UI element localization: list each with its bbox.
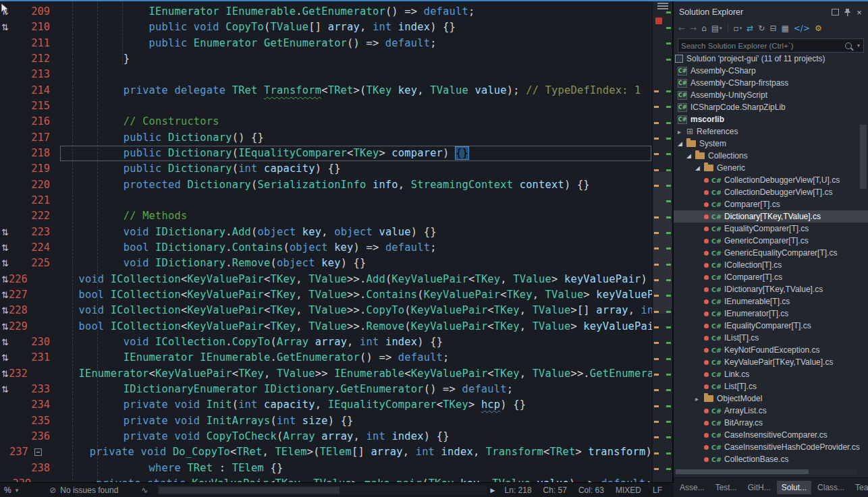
code-line[interactable]: 221 [0, 193, 652, 208]
tree-item[interactable]: ◢System [674, 138, 868, 150]
navigate-forward-icon[interactable]: → [688, 22, 699, 34]
line-number[interactable]: 220 [19, 177, 50, 193]
tree-item[interactable]: C#IList[T].cs [674, 332, 868, 344]
tree-item[interactable]: C#CaseInsensitiveComparer.cs [674, 429, 868, 441]
line-number[interactable]: 217 [19, 130, 50, 146]
line-number[interactable]: 238 [19, 461, 50, 476]
code-line[interactable]: ⇅226 void ICollection<KeyValuePair<TKey,… [0, 272, 652, 287]
chevron-expanded-icon[interactable]: ◢ [678, 140, 686, 147]
line-number[interactable]: 234 [19, 397, 50, 413]
line-number[interactable]: 210 [19, 20, 50, 35]
panel-tab-solut[interactable]: Solut... [777, 481, 811, 494]
line-ending-indicator[interactable]: LF [653, 486, 662, 495]
implements-interface-icon[interactable]: ⇅ [0, 334, 19, 350]
implements-interface-icon[interactable]: ⇅ [0, 319, 9, 334]
code-line[interactable]: 235 private void InitArrays(int size) {} [0, 413, 652, 429]
tree-item[interactable]: ▸ObjectModel [674, 392, 868, 405]
code-line[interactable]: ⇅209 IEnumerator IEnumerable.GetEnumerat… [0, 4, 652, 20]
code-line[interactable]: ⇅224 bool IDictionary.Contains(object ke… [0, 240, 652, 256]
line-number[interactable]: 221 [19, 193, 50, 208]
tree-item[interactable]: C#Assembly-CSharp-firstpass [674, 77, 868, 89]
column-indicator[interactable]: Col: 63 [578, 486, 604, 495]
search-input[interactable] [678, 42, 845, 50]
line-number[interactable]: 239 [12, 476, 31, 482]
code-line[interactable]: 216 // Constructors [0, 114, 652, 129]
code-line[interactable]: 239 private static KeyValuePair<TKey, TV… [0, 476, 652, 482]
line-number[interactable]: 216 [19, 114, 50, 129]
tree-item[interactable]: C#KeyValuePair[TKey,TValue].cs [674, 356, 868, 368]
code-line[interactable]: 238 where TRet : TElem {} [0, 461, 652, 476]
line-number[interactable]: 237 [9, 444, 28, 460]
code-line[interactable]: ⇅232 IEnumerator<KeyValuePair<TKey, TVal… [0, 366, 652, 382]
implements-interface-icon[interactable]: ⇅ [0, 366, 9, 382]
tree-item[interactable]: C#Link.cs [674, 368, 868, 380]
pin-icon[interactable] [841, 7, 853, 18]
line-number[interactable]: 226 [9, 272, 28, 287]
code-line[interactable]: ⇅231 IEnumerator IEnumerable.GetEnumerat… [0, 350, 652, 366]
implements-interface-icon[interactable]: ⇅ [0, 225, 19, 240]
line-number[interactable]: 213 [19, 67, 50, 82]
tree-item[interactable]: C#CollectionDebuggerView[T,U].cs [674, 174, 868, 186]
navigate-back-icon[interactable]: ← [676, 22, 687, 34]
code-line[interactable]: 212 } [0, 51, 652, 67]
line-number[interactable]: 211 [19, 36, 50, 51]
tree-horizontal-scrollbar-thumb[interactable] [676, 469, 809, 474]
char-indicator[interactable]: Ch: 57 [543, 486, 567, 495]
line-number[interactable]: 209 [19, 4, 50, 20]
tree-horizontal-scrollbar[interactable] [675, 469, 857, 475]
tree-item[interactable]: C#ICollection[T].cs [674, 259, 868, 271]
show-all-files-icon[interactable]: ▦ [779, 22, 790, 34]
tree-item[interactable]: C#IComparer[T].cs [674, 271, 868, 283]
window-position-icon[interactable] [829, 7, 841, 18]
implements-interface-icon[interactable]: ⇅ [0, 350, 19, 366]
tree-item[interactable]: C#IDictionary[TKey,TValue].cs [674, 283, 868, 295]
code-line[interactable]: ⇅233 IDictionaryEnumerator IDictionary.G… [0, 382, 652, 397]
panel-tab-gith[interactable]: GitH... [743, 481, 776, 494]
tree-item[interactable]: C#GenericEqualityComparer[T].cs [674, 247, 868, 259]
line-number[interactable]: 219 [19, 161, 50, 177]
tree-item[interactable]: C#EqualityComparer[T].cs [674, 223, 868, 235]
line-number[interactable]: 230 [19, 334, 50, 350]
horizontal-scrollbar-thumb[interactable] [159, 487, 340, 494]
encoding-indicator[interactable]: MIXED [616, 486, 641, 495]
code-line[interactable]: ⇅225 void IDictionary.Remove(object key)… [0, 256, 652, 271]
code-line[interactable]: ⇅223 void IDictionary.Add(object key, ob… [0, 225, 652, 240]
line-number[interactable]: 227 [9, 287, 28, 303]
tree-item[interactable]: C#CollectionDebuggerView[T].cs [674, 186, 868, 198]
view-code-icon[interactable]: </> [792, 22, 812, 34]
code-line[interactable]: ⇅229 bool ICollection<KeyValuePair<TKey,… [0, 319, 652, 334]
scroll-right-arrow[interactable]: ▶ [491, 487, 495, 494]
code-line[interactable]: 234 private void Init(int capacity, IEqu… [0, 397, 652, 413]
line-number[interactable]: 229 [9, 319, 28, 334]
code-line[interactable]: 214 private delegate TRet Transform<TRet… [0, 83, 652, 98]
scrollbar-thumb[interactable] [653, 172, 672, 314]
tree-item[interactable]: ▸⊞References [674, 125, 868, 138]
line-number[interactable]: 215 [19, 98, 50, 114]
tree-item[interactable]: ◢Generic [674, 162, 868, 174]
implements-interface-icon[interactable]: ⇅ [0, 20, 19, 35]
tree-item[interactable]: C#BitArray.cs [674, 417, 868, 429]
chevron-collapsed-icon[interactable]: ▸ [695, 395, 704, 403]
refresh-icon[interactable]: ↻ [756, 22, 767, 34]
tree-item[interactable]: C#Dictionary[TKey,TValue].cs [674, 210, 868, 223]
line-number[interactable]: 231 [19, 350, 50, 366]
chevron-expanded-icon[interactable]: ◢ [686, 152, 695, 159]
search-box[interactable]: ▾ [678, 38, 864, 53]
tree-item[interactable]: C#Assembly-CSharp [674, 65, 868, 77]
line-number[interactable]: 223 [19, 225, 50, 240]
line-indicator[interactable]: Ln: 218 [505, 486, 532, 495]
implements-interface-icon[interactable]: ⇅ [0, 272, 9, 287]
tree-vertical-scrollbar[interactable] [860, 54, 867, 465]
fold-collapse-button[interactable]: − [34, 448, 42, 456]
implements-interface-icon[interactable]: ⇅ [0, 256, 19, 271]
tree-item[interactable]: C#List[T].cs [674, 380, 868, 392]
code-line[interactable]: ⇅228 void ICollection<KeyValuePair<TKey,… [0, 303, 652, 318]
panel-tab-class[interactable]: Class... [813, 481, 849, 494]
close-icon[interactable]: × [853, 7, 865, 18]
properties-icon[interactable]: ⚙ [813, 22, 824, 34]
search-dropdown-icon[interactable]: ▾ [857, 42, 860, 49]
code-line[interactable]: ⇅210 public void CopyTo(TValue[] array, … [0, 20, 652, 35]
code-line[interactable]: ⇅230 void ICollection.CopyTo(Array array… [0, 334, 652, 350]
tree-item[interactable]: C#Comparer[T].cs [674, 198, 868, 210]
panel-tab-asse[interactable]: Asse... [675, 481, 709, 494]
